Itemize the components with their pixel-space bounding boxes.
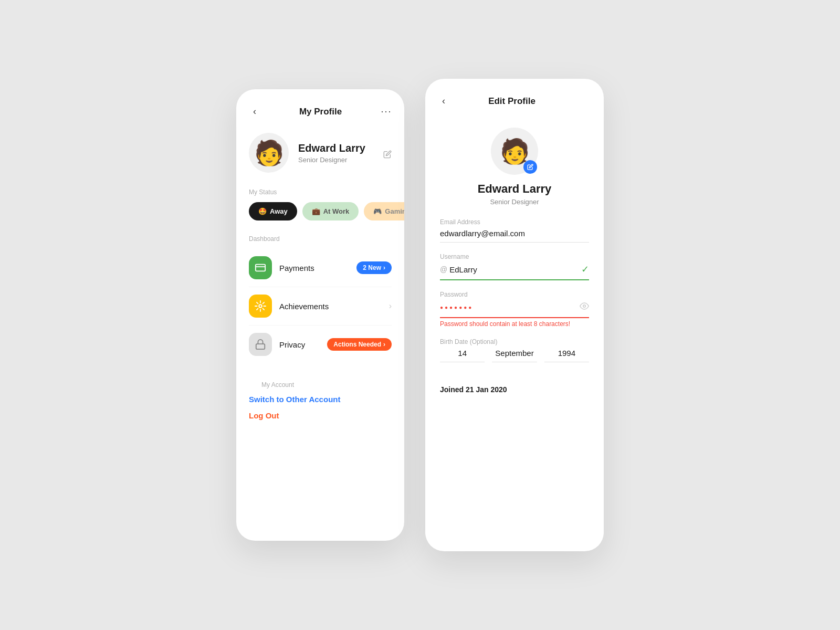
account-section-label: My Account (249, 381, 392, 388)
status-pill-atwork[interactable]: 💼 At Work (302, 202, 359, 220)
right-phone-card: ‹ Edit Profile 🧑 Edward Larry Senior Des… (425, 79, 604, 551)
edit-form: Email Address edwardlarry@email.com User… (425, 218, 604, 362)
right-profile-role: Senior Designer (490, 198, 539, 206)
svg-rect-3 (256, 344, 265, 349)
achievements-chevron-icon: › (389, 301, 392, 311)
password-label: Password (440, 291, 589, 298)
dashboard-section-label: Dashboard (236, 235, 404, 243)
status-pill-away[interactable]: 🤩 Away (249, 202, 297, 220)
page-title: My Profile (299, 107, 342, 117)
email-label: Email Address (440, 218, 589, 226)
profile-info: Edward Larry Senior Designer (298, 142, 392, 164)
password-field-group: Password ●●●●●●● Password should contain… (440, 291, 589, 328)
birthdate-field-group: Birth Date (Optional) 14 September 1994 (440, 338, 589, 362)
username-field-group: Username @ EdLarry ✓ (440, 253, 589, 280)
at-symbol: @ (440, 265, 447, 274)
right-card-header: ‹ Edit Profile (425, 79, 604, 117)
username-check-icon: ✓ (581, 264, 589, 275)
privacy-icon (249, 333, 272, 356)
profile-section: 🧑 Edward Larry Senior Designer (236, 128, 404, 183)
svg-point-2 (259, 304, 262, 308)
username-label: Username (440, 253, 589, 260)
status-pill-gaming[interactable]: 🎮 Gaming (364, 202, 404, 220)
gaming-label: Gaming (385, 207, 404, 215)
left-phone-card: ‹ My Profile ⋮ 🧑 Edward Larry Senior Des… (236, 89, 404, 541)
avatar: 🧑 (249, 133, 289, 173)
payments-badge: 2 New › (356, 261, 392, 274)
actions-needed-badge: Actions Needed › (327, 338, 392, 351)
menu-item-payments[interactable]: Payments 2 New › (249, 249, 392, 287)
dashboard-section: Payments 2 New › Achievements › (236, 249, 404, 363)
birthdate-row: 14 September 1994 (440, 349, 589, 362)
switch-account-button[interactable]: Switch to Other Account (249, 395, 340, 404)
profile-role: Senior Designer (298, 156, 392, 164)
more-options-button[interactable]: ⋮ (380, 106, 393, 117)
right-profile-name: Edward Larry (478, 182, 552, 196)
birth-month[interactable]: September (492, 349, 537, 362)
left-card-header: ‹ My Profile ⋮ (236, 89, 404, 128)
email-field-group: Email Address edwardlarry@email.com (440, 218, 589, 243)
password-error-text: Password should contain at least 8 chara… (440, 320, 589, 328)
menu-item-privacy[interactable]: Privacy Actions Needed › (249, 326, 392, 363)
profile-name: Edward Larry (298, 142, 392, 154)
username-value[interactable]: @ EdLarry ✓ (440, 264, 589, 280)
birth-year[interactable]: 1994 (544, 349, 589, 362)
birth-day[interactable]: 14 (440, 349, 485, 362)
password-value[interactable]: ●●●●●●● (440, 301, 589, 318)
menu-item-achievements[interactable]: Achievements › (249, 287, 392, 326)
svg-point-4 (583, 305, 586, 308)
back-button[interactable]: ‹ (249, 104, 260, 119)
edit-profile-title: Edit Profile (488, 96, 536, 107)
joined-info: Joined 21 Jan 2020 (425, 373, 604, 394)
avatar-edit-button[interactable] (523, 160, 537, 174)
logout-button[interactable]: Log Out (249, 411, 279, 420)
email-value[interactable]: edwardlarry@email.com (440, 229, 589, 243)
status-row: 🤩 Away 💼 At Work 🎮 Gaming (236, 202, 404, 220)
payments-icon (249, 256, 272, 279)
payments-label: Payments (279, 264, 356, 272)
birthdate-label: Birth Date (Optional) (440, 338, 589, 345)
achievements-label: Achievements (279, 302, 389, 311)
edit-profile-icon[interactable] (383, 150, 392, 161)
right-profile-section: 🧑 Edward Larry Senior Designer (425, 117, 604, 218)
right-back-button[interactable]: ‹ (438, 93, 449, 109)
away-label: Away (270, 207, 288, 215)
privacy-label: Privacy (279, 340, 327, 349)
account-section: My Account Switch to Other Account Log O… (236, 363, 404, 420)
atwork-label: At Work (323, 207, 350, 215)
status-section-label: My Status (236, 188, 404, 196)
right-avatar: 🧑 (491, 128, 538, 175)
password-toggle-icon[interactable] (580, 301, 589, 313)
password-dots: ●●●●●●● (440, 304, 473, 310)
achievements-icon (249, 295, 272, 318)
svg-rect-0 (256, 265, 265, 271)
